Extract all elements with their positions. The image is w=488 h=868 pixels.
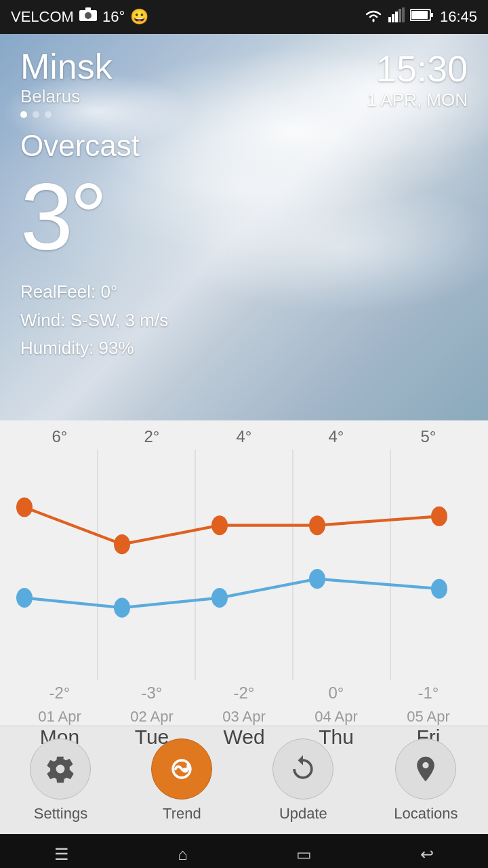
- svg-rect-4: [392, 14, 394, 22]
- trend-icon-wrap: [151, 738, 212, 800]
- high-temp-2: 4°: [203, 427, 285, 446]
- back-button[interactable]: ↩: [420, 845, 434, 864]
- nav-locations[interactable]: Locations: [394, 738, 458, 823]
- wifi-icon: [364, 7, 383, 26]
- home-button[interactable]: ⌂: [178, 845, 188, 864]
- location-pin-icon: [411, 754, 441, 784]
- date-2: 03 Apr: [203, 708, 285, 726]
- weather-time: 15:30: [367, 47, 468, 90]
- high-temp-labels: 6° 2° 4° 4° 5°: [0, 427, 488, 446]
- weather-temperature: 3°: [20, 170, 468, 264]
- high-temp-0: 6°: [19, 427, 100, 446]
- status-bar: VELCOM 16° 😀: [0, 0, 488, 34]
- svg-rect-5: [395, 12, 398, 22]
- svg-point-21: [114, 598, 130, 618]
- svg-rect-3: [388, 17, 391, 22]
- svg-point-17: [211, 515, 228, 535]
- status-right: 16:45: [364, 7, 477, 26]
- humidity-text: Humidity: 93%: [20, 334, 468, 363]
- nav-settings[interactable]: Settings: [30, 738, 91, 823]
- low-temp-1: -3°: [111, 684, 192, 703]
- photo-icon: [79, 7, 97, 26]
- status-left: VELCOM 16° 😀: [11, 7, 148, 26]
- emoji-icon: 😀: [130, 8, 148, 26]
- settings-icon-wrap: [30, 738, 91, 800]
- low-temp-2: -2°: [203, 684, 285, 703]
- svg-point-1: [85, 12, 92, 19]
- svg-rect-2: [85, 7, 91, 11]
- svg-point-24: [431, 579, 447, 599]
- weather-date: 1 APR, MON: [367, 90, 468, 111]
- wind-text: Wind: S-SW, 3 m/s: [20, 307, 468, 335]
- weather-details: RealFeel: 0° Wind: S-SW, 3 m/s Humidity:…: [20, 278, 468, 363]
- chart-svg: [0, 450, 488, 680]
- datetime-overlay: 15:30 1 APR, MON: [367, 47, 468, 111]
- locations-label: Locations: [394, 805, 458, 823]
- svg-point-19: [431, 507, 447, 526]
- svg-rect-6: [399, 9, 401, 22]
- weather-hero: 15:30 1 APR, MON Minsk Belarus Overcast …: [0, 34, 488, 420]
- date-0: 01 Apr: [19, 708, 100, 726]
- signal-icon: [388, 7, 405, 26]
- page-dots: [20, 111, 468, 118]
- svg-rect-10: [411, 11, 428, 19]
- carrier-label: VELCOM: [11, 8, 74, 26]
- update-label: Update: [279, 805, 327, 823]
- dot-3: [45, 111, 52, 118]
- svg-point-23: [309, 569, 325, 589]
- trend-label: Trend: [163, 805, 201, 823]
- android-nav-bar: ☰ ⌂ ▭ ↩: [0, 834, 488, 868]
- temperature-chart: [0, 450, 488, 680]
- trend-icon: [167, 754, 197, 784]
- date-1: 02 Apr: [111, 708, 192, 726]
- svg-point-20: [16, 588, 33, 608]
- low-temp-3: 0°: [296, 684, 377, 703]
- menu-button[interactable]: ☰: [54, 845, 69, 864]
- update-icon: [288, 754, 318, 784]
- date-4: 05 Apr: [388, 708, 469, 726]
- svg-point-15: [16, 497, 33, 517]
- update-icon-wrap: [272, 738, 333, 800]
- nav-trend[interactable]: Trend: [151, 738, 212, 823]
- temperature-status: 16°: [102, 8, 125, 26]
- locations-icon-wrap: [395, 738, 456, 800]
- low-temp-0: -2°: [19, 684, 100, 703]
- dot-active: [20, 111, 27, 118]
- high-temp-4: 5°: [388, 427, 469, 446]
- nav-update[interactable]: Update: [272, 738, 333, 823]
- svg-rect-9: [430, 13, 433, 17]
- clock-display: 16:45: [440, 8, 477, 26]
- chart-area: 6° 2° 4° 4° 5°: [0, 420, 488, 726]
- svg-point-16: [114, 534, 130, 554]
- dot-2: [33, 111, 39, 118]
- svg-rect-7: [402, 7, 405, 22]
- low-temp-labels: -2° -3° -2° 0° -1°: [0, 684, 488, 703]
- settings-label: Settings: [34, 805, 88, 823]
- weather-condition: Overcast: [20, 129, 468, 163]
- svg-point-18: [309, 515, 325, 535]
- svg-point-22: [211, 588, 228, 608]
- low-temp-4: -1°: [388, 684, 469, 703]
- date-3: 04 Apr: [296, 708, 377, 726]
- battery-icon: [410, 8, 434, 26]
- high-temp-3: 4°: [296, 427, 377, 446]
- high-temp-1: 2°: [111, 427, 192, 446]
- realfeel-text: RealFeel: 0°: [20, 278, 468, 307]
- recents-button[interactable]: ▭: [296, 845, 312, 864]
- settings-icon: [45, 754, 75, 784]
